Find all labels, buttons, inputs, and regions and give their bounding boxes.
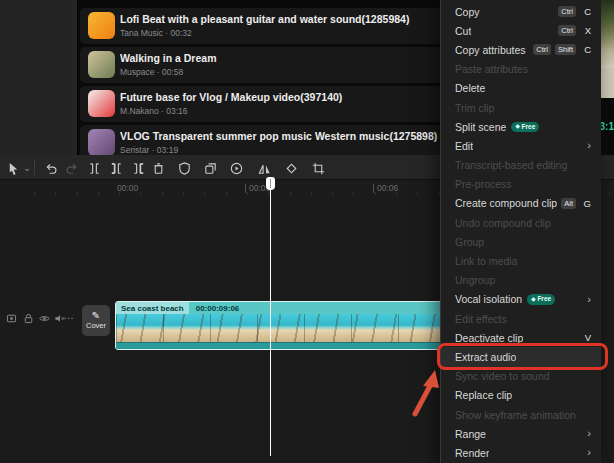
context-menu-item[interactable]: Sync video to sound: [441, 367, 601, 386]
menu-item-label: Vocal isolation: [455, 293, 522, 305]
redo-icon[interactable]: [63, 160, 79, 176]
menu-item-label: Paste attributes: [455, 63, 528, 75]
context-menu-item[interactable]: Cut CtrlX: [441, 21, 601, 40]
menu-item-label: Edit: [455, 140, 473, 152]
context-menu-item[interactable]: Show keyframe animation: [441, 405, 601, 424]
music-thumbnail: [88, 51, 115, 78]
context-menu-item[interactable]: Link to media: [441, 251, 601, 270]
context-menu-item[interactable]: Undo compound clip: [441, 213, 601, 232]
menu-item-label: Show keyframe animation: [455, 409, 576, 421]
music-thumbnail: [88, 12, 115, 39]
music-meta: Tana Music · 00:32: [120, 28, 192, 38]
crop-icon[interactable]: [310, 160, 326, 176]
menu-item-label: Group: [455, 236, 484, 248]
music-thumbnail: [88, 129, 115, 155]
context-menu-item[interactable]: Range ›: [441, 424, 601, 443]
music-thumbnail: [88, 90, 115, 117]
context-menu-item[interactable]: Paste attributes: [441, 60, 601, 79]
context-menu-item[interactable]: Ungroup: [441, 271, 601, 290]
menu-item-label: Replace clip: [455, 389, 512, 401]
clip-duration: 00:00:09:06: [196, 304, 240, 313]
ruler-tick-mark: [245, 184, 246, 193]
shortcut-key-badge: Ctrl: [558, 25, 576, 36]
shortcut-letter: C: [583, 44, 591, 55]
trim-left-icon[interactable]: [108, 160, 124, 176]
overlay-icon[interactable]: [202, 160, 218, 176]
music-meta: M.Nakano · 03:16: [120, 106, 188, 116]
clip-header: Sea coast beach 00:00:09:06: [116, 302, 445, 314]
toolbar-divider: [34, 160, 35, 175]
pencil-icon: ✎: [92, 311, 100, 321]
submenu-arrow-icon: ›: [587, 428, 591, 439]
context-menu-item[interactable]: Edit ›: [441, 136, 601, 155]
split-icon[interactable]: [86, 160, 102, 176]
clip-name: Sea coast beach: [116, 302, 189, 314]
context-menu-item[interactable]: Pre-process: [441, 175, 601, 194]
cover-button[interactable]: ✎ Cover: [82, 305, 110, 336]
menu-item-label: Deactivate clip: [455, 332, 523, 344]
menu-item-label: Trim clip: [455, 102, 494, 114]
context-menu-item[interactable]: Trim clip: [441, 98, 601, 117]
menu-item-label: Extract audio: [455, 351, 516, 363]
menu-item-label: Pre-process: [455, 178, 512, 190]
undo-icon[interactable]: [43, 160, 59, 176]
context-menu-item[interactable]: Edit effects: [441, 309, 601, 328]
cover-button-label: Cover: [86, 321, 106, 330]
context-menu-item[interactable]: Extract audio: [441, 347, 601, 366]
context-menu-item[interactable]: Group: [441, 232, 601, 251]
free-badge-label: Free: [522, 123, 536, 131]
context-menu-item[interactable]: Replace clip: [441, 386, 601, 405]
hide-track-icon[interactable]: [37, 311, 51, 325]
shortcut-key-badge: Alt: [561, 198, 576, 209]
shortcut-keys: CtrlX: [554, 25, 591, 36]
playhead-line[interactable]: [270, 178, 271, 456]
mirror-icon[interactable]: [256, 160, 272, 176]
shortcut-keys: V: [576, 332, 591, 343]
video-clip[interactable]: Sea coast beach 00:00:09:06: [115, 301, 446, 350]
speed-icon[interactable]: [228, 160, 244, 176]
playhead-handle[interactable]: [266, 177, 275, 190]
diamond-icon: ◆: [531, 296, 535, 303]
context-menu-item[interactable]: Copy attributes CtrlShiftC: [441, 40, 601, 59]
context-menu-item[interactable]: Transcript-based editing: [441, 156, 601, 175]
context-menu-item[interactable]: Copy CtrlC: [441, 2, 601, 21]
lock-track-icon[interactable]: [21, 311, 35, 325]
free-badge-label: Free: [537, 295, 551, 303]
context-menu-item[interactable]: Split scene ◆Free: [441, 117, 601, 136]
shortcut-key-badge: Ctrl: [558, 6, 576, 17]
free-badge: ◆Free: [511, 122, 539, 132]
chevron-down-icon[interactable]: ⌄: [19, 160, 35, 176]
delete-icon[interactable]: [150, 160, 166, 176]
submenu-arrow-icon: ›: [587, 140, 591, 151]
shortcut-letter: V: [583, 332, 591, 343]
trim-right-icon[interactable]: [130, 160, 146, 176]
menu-item-label: Edit effects: [455, 313, 507, 325]
context-menu-item[interactable]: Delete: [441, 79, 601, 98]
track-more-icon[interactable]: …: [63, 309, 75, 321]
clip-footer-strip: [116, 342, 445, 349]
menu-item-label: Delete: [455, 82, 485, 94]
menu-item-label: Link to media: [455, 255, 517, 267]
menu-item-label: Undo compound clip: [455, 217, 551, 229]
video-editor-app: Lofi Beat with a pleasant guitar and wat…: [0, 0, 614, 463]
menu-item-label: Split scene: [455, 121, 506, 133]
context-menu-item[interactable]: Create compound clip AltG: [441, 194, 601, 213]
context-menu: Copy CtrlC Cut CtrlX Copy attributes Ctr…: [440, 0, 601, 463]
menu-item-label: Render: [455, 447, 489, 459]
mask-icon[interactable]: [176, 160, 192, 176]
submenu-arrow-icon: ›: [587, 294, 591, 305]
context-menu-item[interactable]: Vocal isolation ◆Free ›: [441, 290, 601, 309]
menu-item-label: Transcript-based editing: [455, 159, 567, 171]
rotate-icon[interactable]: [283, 160, 299, 176]
shortcut-letter: X: [583, 25, 591, 36]
shortcut-key-badge: Shift: [555, 44, 576, 55]
ruler-tick-mark: [373, 184, 374, 193]
context-menu-item[interactable]: Deactivate clip V: [441, 328, 601, 347]
menu-item-label: Cut: [455, 25, 471, 37]
diamond-icon: ◆: [515, 123, 519, 130]
shortcut-letter: C: [583, 6, 591, 17]
context-menu-item[interactable]: Render ›: [441, 443, 601, 462]
clip-thumbnail-strip: [116, 314, 445, 342]
main-track-icon[interactable]: [4, 311, 18, 325]
shortcut-key-badge: Ctrl: [533, 44, 551, 55]
